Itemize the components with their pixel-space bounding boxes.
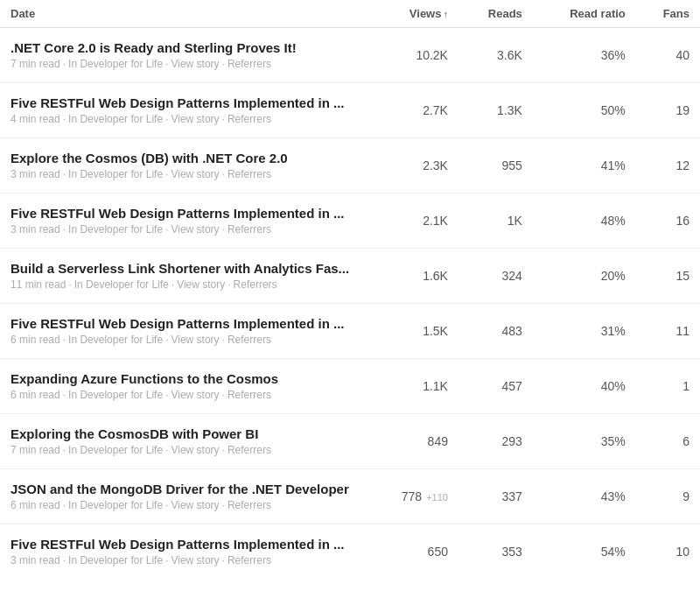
views-cell: 650 (368, 524, 458, 580)
separator: · (165, 223, 168, 236)
col-header-reads: Reads (458, 0, 533, 28)
separator: · (165, 168, 168, 180)
view-story-link[interactable]: View story (177, 278, 225, 291)
views-value: 650 (428, 545, 448, 559)
view-story-link[interactable]: View story (171, 554, 219, 566)
article-meta: 11 min read·In Developer for Life·View s… (10, 278, 357, 291)
view-story-link[interactable]: View story (171, 389, 219, 401)
table-row: Five RESTFul Web Design Patterns Impleme… (0, 83, 700, 138)
read-ratio-cell: 40% (533, 359, 636, 414)
separator: · (222, 554, 225, 566)
article-cell: .NET Core 2.0 is Ready and Sterling Prov… (0, 28, 368, 83)
referrers-link[interactable]: Referrers (228, 389, 271, 401)
table-row: .NET Core 2.0 is Ready and Sterling Prov… (0, 28, 700, 83)
referrers-link[interactable]: Referrers (228, 499, 271, 511)
article-cell: Five RESTFul Web Design Patterns Impleme… (0, 304, 368, 359)
referrers-link[interactable]: Referrers (228, 113, 271, 125)
separator: · (222, 113, 225, 125)
referrers-link[interactable]: Referrers (228, 168, 271, 180)
table-header-row: Date Views↑ Reads Read ratio Fans (0, 0, 700, 28)
article-meta: 6 min read·In Developer for Life·View st… (10, 499, 357, 511)
separator: · (222, 58, 225, 70)
read-time: 3 min read (10, 554, 60, 566)
article-cell: Expanding Azure Functions to the Cosmos6… (0, 359, 368, 414)
views-value: 2.3K (423, 158, 448, 172)
separator: · (63, 58, 66, 70)
views-cell: 2.1K (368, 193, 458, 249)
referrers-link[interactable]: Referrers (228, 223, 271, 236)
separator: · (63, 113, 66, 125)
referrers-link[interactable]: Referrers (234, 278, 277, 291)
referrers-link[interactable]: Referrers (228, 444, 271, 456)
view-story-link[interactable]: View story (171, 58, 219, 70)
read-ratio-cell: 35% (533, 414, 636, 469)
article-meta: 7 min read·In Developer for Life·View st… (10, 444, 357, 456)
separator: · (165, 58, 168, 70)
view-story-link[interactable]: View story (171, 444, 219, 456)
table-row: Build a Serverless Link Shortener with A… (0, 249, 700, 304)
views-value: 1.5K (423, 324, 448, 338)
read-ratio-cell: 20% (533, 249, 636, 304)
publication: In Developer for Life (68, 389, 163, 401)
referrers-link[interactable]: Referrers (228, 334, 271, 346)
table-row: Expanding Azure Functions to the Cosmos6… (0, 359, 700, 414)
article-cell: JSON and the MongoDB Driver for the .NET… (0, 469, 368, 524)
separator: · (222, 334, 225, 346)
read-time: 3 min read (10, 223, 60, 236)
publication: In Developer for Life (74, 278, 169, 291)
separator: · (165, 554, 168, 566)
separator: · (165, 444, 168, 456)
fans-cell: 6 (636, 414, 700, 469)
read-time: 4 min read (10, 113, 60, 125)
reads-cell: 483 (458, 304, 533, 359)
view-story-link[interactable]: View story (171, 113, 219, 125)
publication: In Developer for Life (68, 444, 163, 456)
separator: · (165, 389, 168, 401)
article-cell: Exploring the CosmosDB with Power BI7 mi… (0, 414, 368, 469)
reads-cell: 457 (458, 359, 533, 414)
article-title: .NET Core 2.0 is Ready and Sterling Prov… (10, 40, 357, 55)
separator: · (63, 223, 66, 236)
separator: · (68, 278, 71, 291)
table-row: Five RESTFul Web Design Patterns Impleme… (0, 304, 700, 359)
view-story-link[interactable]: View story (171, 168, 219, 180)
article-cell: Five RESTFul Web Design Patterns Impleme… (0, 524, 368, 580)
reads-cell: 3.6K (458, 28, 533, 83)
fans-cell: 16 (636, 193, 700, 249)
article-cell: Explore the Cosmos (DB) with .NET Core 2… (0, 138, 368, 193)
separator: · (63, 168, 66, 180)
col-header-views[interactable]: Views↑ (368, 0, 458, 28)
views-value: 2.1K (423, 214, 448, 228)
separator: · (63, 444, 66, 456)
article-title: JSON and the MongoDB Driver for the .NET… (10, 482, 357, 496)
publication: In Developer for Life (68, 168, 163, 180)
views-cell: 849 (368, 414, 458, 469)
stats-table: Date Views↑ Reads Read ratio Fans .NET C… (0, 0, 700, 579)
separator: · (63, 334, 66, 346)
fans-cell: 1 (636, 359, 700, 414)
separator: · (222, 223, 225, 236)
fans-cell: 40 (636, 28, 700, 83)
publication: In Developer for Life (68, 113, 163, 125)
fans-cell: 10 (636, 524, 700, 580)
article-cell: Five RESTFul Web Design Patterns Impleme… (0, 193, 368, 249)
view-story-link[interactable]: View story (171, 334, 219, 346)
views-cell: 1.6K (368, 249, 458, 304)
separator: · (222, 168, 225, 180)
separator: · (228, 278, 230, 291)
referrers-link[interactable]: Referrers (228, 58, 271, 70)
fans-cell: 9 (636, 469, 700, 524)
reads-cell: 1.3K (458, 83, 533, 138)
article-meta: 6 min read·In Developer for Life·View st… (10, 389, 357, 401)
separator: · (165, 113, 168, 125)
views-value: 778 (402, 489, 422, 503)
publication: In Developer for Life (68, 554, 163, 566)
referrers-link[interactable]: Referrers (228, 554, 271, 566)
publication: In Developer for Life (68, 223, 163, 236)
separator: · (222, 444, 225, 456)
table-row: JSON and the MongoDB Driver for the .NET… (0, 469, 700, 524)
col-header-fans: Fans (636, 0, 700, 28)
article-title: Exploring the CosmosDB with Power BI (10, 426, 357, 441)
view-story-link[interactable]: View story (171, 499, 219, 511)
view-story-link[interactable]: View story (171, 223, 219, 236)
